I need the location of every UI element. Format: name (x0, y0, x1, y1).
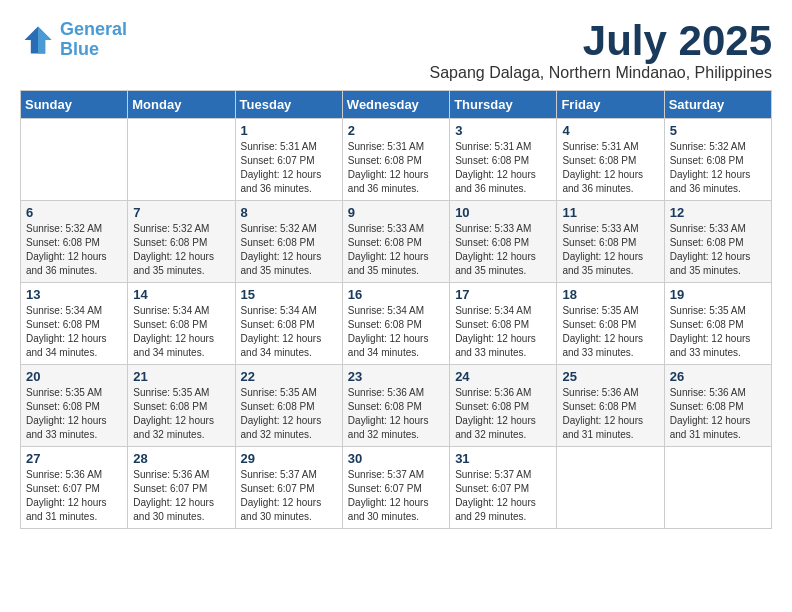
day-number: 9 (348, 205, 444, 220)
calendar-week-row: 6Sunrise: 5:32 AM Sunset: 6:08 PM Daylig… (21, 201, 772, 283)
logo-text: General Blue (60, 20, 127, 60)
calendar-cell: 3Sunrise: 5:31 AM Sunset: 6:08 PM Daylig… (450, 119, 557, 201)
day-info: Sunrise: 5:36 AM Sunset: 6:07 PM Dayligh… (133, 468, 229, 524)
calendar-cell: 16Sunrise: 5:34 AM Sunset: 6:08 PM Dayli… (342, 283, 449, 365)
day-number: 19 (670, 287, 766, 302)
day-info: Sunrise: 5:31 AM Sunset: 6:08 PM Dayligh… (455, 140, 551, 196)
day-number: 14 (133, 287, 229, 302)
calendar-cell: 9Sunrise: 5:33 AM Sunset: 6:08 PM Daylig… (342, 201, 449, 283)
day-info: Sunrise: 5:35 AM Sunset: 6:08 PM Dayligh… (26, 386, 122, 442)
day-info: Sunrise: 5:33 AM Sunset: 6:08 PM Dayligh… (455, 222, 551, 278)
calendar-cell: 30Sunrise: 5:37 AM Sunset: 6:07 PM Dayli… (342, 447, 449, 529)
day-info: Sunrise: 5:37 AM Sunset: 6:07 PM Dayligh… (455, 468, 551, 524)
weekday-header-row: SundayMondayTuesdayWednesdayThursdayFrid… (21, 91, 772, 119)
day-info: Sunrise: 5:37 AM Sunset: 6:07 PM Dayligh… (241, 468, 337, 524)
calendar-cell: 14Sunrise: 5:34 AM Sunset: 6:08 PM Dayli… (128, 283, 235, 365)
day-number: 5 (670, 123, 766, 138)
day-number: 20 (26, 369, 122, 384)
calendar-cell: 7Sunrise: 5:32 AM Sunset: 6:08 PM Daylig… (128, 201, 235, 283)
svg-marker-1 (38, 26, 52, 53)
day-info: Sunrise: 5:34 AM Sunset: 6:08 PM Dayligh… (241, 304, 337, 360)
day-number: 25 (562, 369, 658, 384)
day-number: 12 (670, 205, 766, 220)
day-number: 4 (562, 123, 658, 138)
calendar-week-row: 27Sunrise: 5:36 AM Sunset: 6:07 PM Dayli… (21, 447, 772, 529)
day-info: Sunrise: 5:33 AM Sunset: 6:08 PM Dayligh… (670, 222, 766, 278)
calendar-cell: 21Sunrise: 5:35 AM Sunset: 6:08 PM Dayli… (128, 365, 235, 447)
calendar-cell (128, 119, 235, 201)
calendar-cell: 4Sunrise: 5:31 AM Sunset: 6:08 PM Daylig… (557, 119, 664, 201)
day-info: Sunrise: 5:35 AM Sunset: 6:08 PM Dayligh… (562, 304, 658, 360)
weekday-header-cell: Wednesday (342, 91, 449, 119)
day-info: Sunrise: 5:32 AM Sunset: 6:08 PM Dayligh… (241, 222, 337, 278)
day-number: 6 (26, 205, 122, 220)
calendar-cell: 23Sunrise: 5:36 AM Sunset: 6:08 PM Dayli… (342, 365, 449, 447)
calendar-cell: 28Sunrise: 5:36 AM Sunset: 6:07 PM Dayli… (128, 447, 235, 529)
day-number: 28 (133, 451, 229, 466)
day-info: Sunrise: 5:35 AM Sunset: 6:08 PM Dayligh… (133, 386, 229, 442)
day-number: 30 (348, 451, 444, 466)
calendar-week-row: 20Sunrise: 5:35 AM Sunset: 6:08 PM Dayli… (21, 365, 772, 447)
calendar-cell: 8Sunrise: 5:32 AM Sunset: 6:08 PM Daylig… (235, 201, 342, 283)
calendar-cell: 1Sunrise: 5:31 AM Sunset: 6:07 PM Daylig… (235, 119, 342, 201)
day-info: Sunrise: 5:36 AM Sunset: 6:07 PM Dayligh… (26, 468, 122, 524)
day-number: 15 (241, 287, 337, 302)
day-info: Sunrise: 5:36 AM Sunset: 6:08 PM Dayligh… (455, 386, 551, 442)
calendar-week-row: 1Sunrise: 5:31 AM Sunset: 6:07 PM Daylig… (21, 119, 772, 201)
calendar-week-row: 13Sunrise: 5:34 AM Sunset: 6:08 PM Dayli… (21, 283, 772, 365)
day-info: Sunrise: 5:35 AM Sunset: 6:08 PM Dayligh… (241, 386, 337, 442)
logo-general: General (60, 19, 127, 39)
weekday-header-cell: Tuesday (235, 91, 342, 119)
calendar-cell: 12Sunrise: 5:33 AM Sunset: 6:08 PM Dayli… (664, 201, 771, 283)
day-number: 18 (562, 287, 658, 302)
day-info: Sunrise: 5:33 AM Sunset: 6:08 PM Dayligh… (348, 222, 444, 278)
day-number: 17 (455, 287, 551, 302)
calendar-cell: 6Sunrise: 5:32 AM Sunset: 6:08 PM Daylig… (21, 201, 128, 283)
calendar-cell: 17Sunrise: 5:34 AM Sunset: 6:08 PM Dayli… (450, 283, 557, 365)
location: Sapang Dalaga, Northern Mindanao, Philip… (430, 64, 772, 82)
calendar-cell: 15Sunrise: 5:34 AM Sunset: 6:08 PM Dayli… (235, 283, 342, 365)
day-info: Sunrise: 5:34 AM Sunset: 6:08 PM Dayligh… (133, 304, 229, 360)
calendar-cell: 10Sunrise: 5:33 AM Sunset: 6:08 PM Dayli… (450, 201, 557, 283)
calendar-cell: 26Sunrise: 5:36 AM Sunset: 6:08 PM Dayli… (664, 365, 771, 447)
title-block: July 2025 Sapang Dalaga, Northern Mindan… (430, 20, 772, 82)
day-number: 13 (26, 287, 122, 302)
day-number: 2 (348, 123, 444, 138)
calendar-cell: 5Sunrise: 5:32 AM Sunset: 6:08 PM Daylig… (664, 119, 771, 201)
day-info: Sunrise: 5:33 AM Sunset: 6:08 PM Dayligh… (562, 222, 658, 278)
calendar-cell: 25Sunrise: 5:36 AM Sunset: 6:08 PM Dayli… (557, 365, 664, 447)
calendar-cell: 13Sunrise: 5:34 AM Sunset: 6:08 PM Dayli… (21, 283, 128, 365)
calendar-cell: 18Sunrise: 5:35 AM Sunset: 6:08 PM Dayli… (557, 283, 664, 365)
day-info: Sunrise: 5:34 AM Sunset: 6:08 PM Dayligh… (455, 304, 551, 360)
day-number: 23 (348, 369, 444, 384)
day-number: 11 (562, 205, 658, 220)
day-number: 8 (241, 205, 337, 220)
logo-icon (20, 22, 56, 58)
logo: General Blue (20, 20, 127, 60)
day-info: Sunrise: 5:32 AM Sunset: 6:08 PM Dayligh… (133, 222, 229, 278)
calendar-cell: 31Sunrise: 5:37 AM Sunset: 6:07 PM Dayli… (450, 447, 557, 529)
day-number: 16 (348, 287, 444, 302)
calendar-cell: 22Sunrise: 5:35 AM Sunset: 6:08 PM Dayli… (235, 365, 342, 447)
day-info: Sunrise: 5:31 AM Sunset: 6:08 PM Dayligh… (348, 140, 444, 196)
calendar-cell (21, 119, 128, 201)
weekday-header-cell: Friday (557, 91, 664, 119)
calendar-table: SundayMondayTuesdayWednesdayThursdayFrid… (20, 90, 772, 529)
day-number: 1 (241, 123, 337, 138)
day-number: 29 (241, 451, 337, 466)
day-info: Sunrise: 5:36 AM Sunset: 6:08 PM Dayligh… (562, 386, 658, 442)
calendar-body: 1Sunrise: 5:31 AM Sunset: 6:07 PM Daylig… (21, 119, 772, 529)
day-info: Sunrise: 5:32 AM Sunset: 6:08 PM Dayligh… (26, 222, 122, 278)
day-info: Sunrise: 5:32 AM Sunset: 6:08 PM Dayligh… (670, 140, 766, 196)
day-info: Sunrise: 5:34 AM Sunset: 6:08 PM Dayligh… (348, 304, 444, 360)
day-info: Sunrise: 5:36 AM Sunset: 6:08 PM Dayligh… (670, 386, 766, 442)
day-number: 22 (241, 369, 337, 384)
logo-blue: Blue (60, 39, 99, 59)
day-info: Sunrise: 5:31 AM Sunset: 6:08 PM Dayligh… (562, 140, 658, 196)
calendar-cell: 2Sunrise: 5:31 AM Sunset: 6:08 PM Daylig… (342, 119, 449, 201)
day-info: Sunrise: 5:37 AM Sunset: 6:07 PM Dayligh… (348, 468, 444, 524)
calendar-cell (557, 447, 664, 529)
weekday-header-cell: Monday (128, 91, 235, 119)
calendar-cell: 11Sunrise: 5:33 AM Sunset: 6:08 PM Dayli… (557, 201, 664, 283)
day-number: 3 (455, 123, 551, 138)
